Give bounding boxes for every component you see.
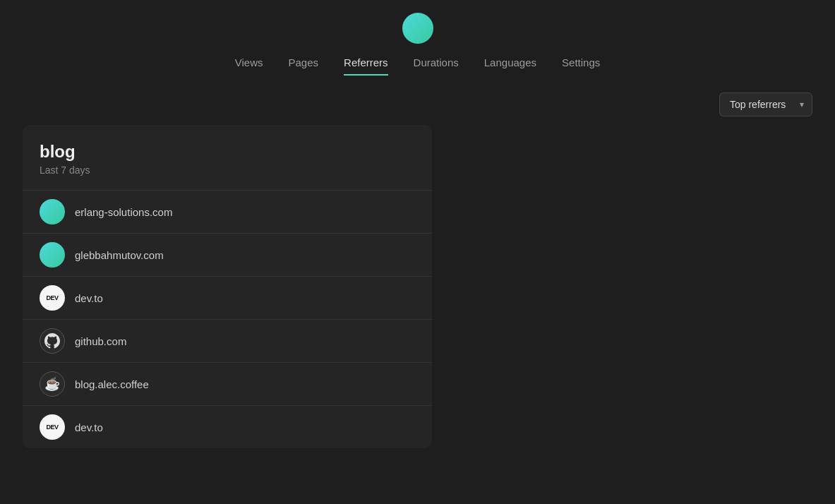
- list-item[interactable]: erlang-solutions.com: [23, 190, 432, 233]
- header: Views Pages Referrers Durations Language…: [0, 0, 835, 76]
- coffee-icon: ☕: [44, 376, 60, 392]
- referrer-name: dev.to: [75, 421, 103, 433]
- card-title: blog: [23, 142, 432, 162]
- list-item[interactable]: DEV dev.to: [23, 276, 432, 319]
- referrer-icon-erlang: [40, 199, 65, 224]
- main-nav: Views Pages Referrers Durations Language…: [235, 56, 600, 76]
- referrer-name: blog.alec.coffee: [75, 378, 149, 390]
- github-logo-icon: [44, 333, 60, 349]
- nav-item-referrers[interactable]: Referrers: [344, 56, 388, 76]
- nav-item-pages[interactable]: Pages: [289, 56, 319, 76]
- referrer-icon-devto1: DEV: [40, 285, 65, 311]
- referrer-list: erlang-solutions.com glebbahmutov.com DE…: [23, 190, 432, 448]
- list-item[interactable]: DEV dev.to: [23, 405, 432, 448]
- referrer-icon-devto2: DEV: [40, 414, 65, 440]
- nav-item-languages[interactable]: Languages: [484, 56, 536, 76]
- list-item[interactable]: github.com: [23, 319, 432, 362]
- toolbar: Top referrers All referrers ▾: [0, 76, 835, 125]
- nav-item-durations[interactable]: Durations: [414, 56, 459, 76]
- devto-logo-text: DEV: [46, 424, 58, 431]
- top-referrers-dropdown[interactable]: Top referrers All referrers: [719, 92, 812, 116]
- list-item[interactable]: ☕ blog.alec.coffee: [23, 362, 432, 405]
- nav-item-settings[interactable]: Settings: [562, 56, 600, 76]
- referrer-name: erlang-solutions.com: [75, 206, 172, 218]
- list-item[interactable]: glebbahmutov.com: [23, 233, 432, 276]
- referrer-icon-github: [40, 328, 65, 354]
- referrer-name: dev.to: [75, 292, 103, 304]
- main-content: blog Last 7 days erlang-solutions.com gl…: [0, 125, 835, 448]
- referrers-card: blog Last 7 days erlang-solutions.com gl…: [23, 125, 432, 448]
- devto-logo-text: DEV: [46, 295, 58, 301]
- logo[interactable]: [402, 13, 433, 44]
- nav-item-views[interactable]: Views: [235, 56, 263, 76]
- referrer-name: glebbahmutov.com: [75, 249, 164, 261]
- top-referrers-dropdown-wrapper: Top referrers All referrers ▾: [719, 92, 812, 116]
- card-subtitle: Last 7 days: [23, 164, 432, 176]
- referrer-icon-blog-alec-coffee: ☕: [40, 371, 65, 397]
- referrer-name: github.com: [75, 335, 126, 347]
- referrer-icon-gleb: [40, 242, 65, 268]
